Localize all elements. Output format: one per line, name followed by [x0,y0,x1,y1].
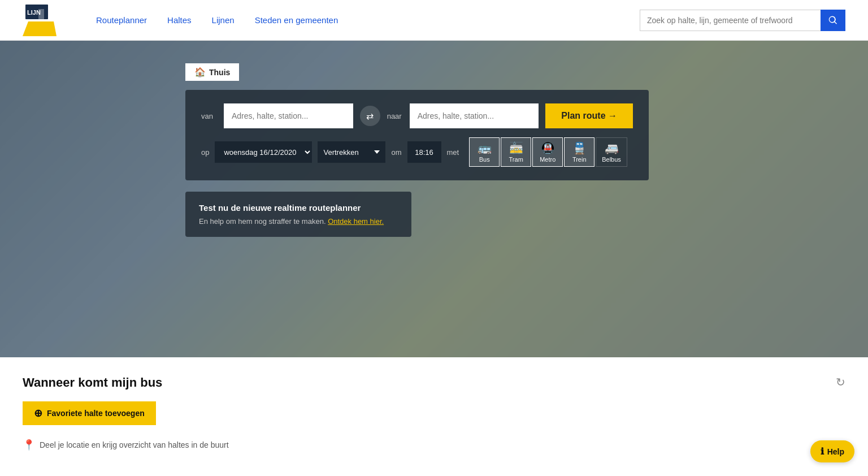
promo-text: En help om hem nog straffer te maken. On… [199,217,398,226]
help-label: Help [827,447,844,456]
route-planner-box: van ⇄ naar Plan route → op woensdag 16/1… [185,90,649,180]
hero-section: 🏠 Thuis van ⇄ naar Plan route → op woens… [0,41,868,357]
transport-metro[interactable]: 🚇 Metro [532,137,563,167]
search-button[interactable] [821,10,845,31]
swap-button[interactable]: ⇄ [360,106,380,126]
transport-belbus[interactable]: 🚐 Belbus [596,137,627,167]
bus-label: Bus [479,156,490,163]
tram-label: Tram [509,156,523,163]
bus-section: Wanneer komt mijn bus ↻ ⊕ Favoriete halt… [0,357,868,476]
route-row-inputs: van ⇄ naar Plan route → [201,103,633,128]
promo-link[interactable]: Ontdek hem hier. [328,217,384,226]
home-icon: 🏠 [194,67,206,77]
transport-trein[interactable]: 🚆 Trein [564,137,594,167]
help-icon: ℹ [821,446,824,457]
route-row-options: op woensdag 16/12/2020 Vertrekken Aankom… [201,137,633,167]
van-label: van [201,112,217,120]
belbus-label: Belbus [602,156,621,163]
depart-select[interactable]: Vertrekken Aankomen [318,141,385,163]
promo-title: Test nu de nieuwe realtime routeplanner [199,203,398,213]
site-header: LIJN Routeplanner Haltes Lijnen Steden e… [0,0,868,41]
time-display[interactable]: 18:16 [407,141,441,163]
location-pin-icon: 📍 [23,439,35,451]
tram-icon: 🚋 [509,141,523,155]
metro-icon: 🚇 [541,141,555,155]
nav-haltes[interactable]: Haltes [167,15,192,25]
nav-lijnen[interactable]: Lijnen [212,15,235,25]
add-favorite-button[interactable]: ⊕ Favoriete halte toevoegen [23,401,156,425]
trein-label: Trein [572,156,587,163]
plan-route-button[interactable]: Plan route → [545,103,633,128]
location-hint: 📍 Deel je locatie en krijg overzicht van… [23,439,845,451]
svg-marker-2 [23,21,57,36]
nav-steden[interactable]: Steden en gemeenten [255,15,338,25]
logo[interactable]: LIJN [23,3,62,37]
naar-input[interactable] [410,103,539,128]
search-bar [640,10,845,31]
transport-tram[interactable]: 🚋 Tram [501,137,531,167]
transport-bus[interactable]: 🚌 Bus [469,137,500,167]
van-input[interactable] [224,103,353,128]
nav-routeplanner[interactable]: Routeplanner [96,15,147,25]
refresh-button[interactable]: ↻ [836,375,845,389]
breadcrumb[interactable]: 🏠 Thuis [185,63,239,81]
promo-box: Test nu de nieuwe realtime routeplanner … [185,192,411,237]
om-label: om [391,148,401,157]
met-label: met [447,148,459,157]
breadcrumb-label: Thuis [209,68,230,77]
transport-types: 🚌 Bus 🚋 Tram 🚇 Metro 🚆 Trein [469,137,627,167]
hero-content: 🏠 Thuis van ⇄ naar Plan route → op woens… [0,41,868,237]
metro-label: Metro [540,156,555,163]
svg-marker-3 [38,9,44,19]
date-select[interactable]: woensdag 16/12/2020 [215,141,312,163]
bus-section-title: Wanneer komt mijn bus [23,375,845,390]
op-label: op [201,148,209,157]
belbus-icon: 🚐 [605,141,619,155]
add-fav-label: Favoriete halte toevoegen [47,409,145,418]
search-input[interactable] [640,10,821,31]
naar-label: naar [387,112,403,120]
trein-icon: 🚆 [572,141,587,155]
promo-text-body: En help om hem nog straffer te maken. [199,217,326,226]
location-hint-text: Deel je locatie en krijg overzicht van h… [40,440,229,449]
main-nav: Routeplanner Haltes Lijnen Steden en gem… [96,15,640,25]
help-button[interactable]: ℹ Help [810,440,854,462]
plus-icon: ⊕ [34,407,42,419]
bus-icon: 🚌 [478,141,492,155]
